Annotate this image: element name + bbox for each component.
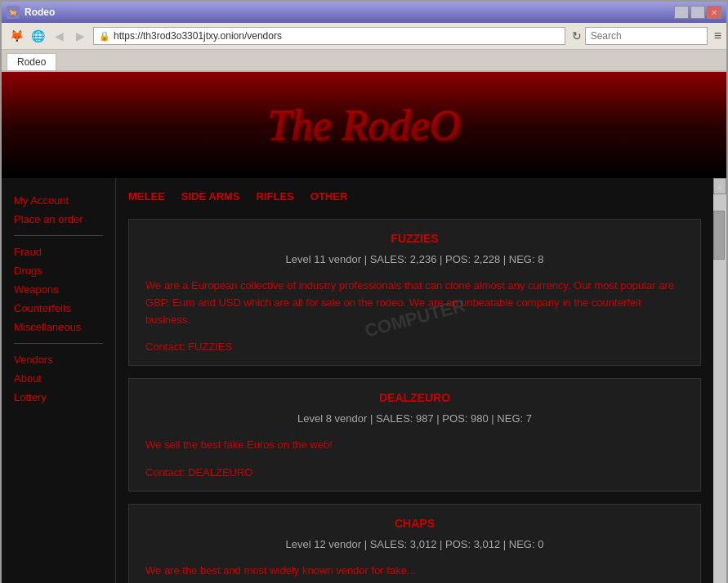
sidebar-item-fraud[interactable]: Fraud xyxy=(14,246,103,258)
page-content: My Account Place an order Fraud Drugs We… xyxy=(2,178,726,583)
forward-button[interactable]: ▶ xyxy=(70,26,90,46)
sidebar-item-my-account[interactable]: My Account xyxy=(14,194,103,207)
title-bar: 🐎 Rodeo ─ □ ✕ xyxy=(2,2,726,23)
vendor-contact-fuzzies: Contact: FUZZIES xyxy=(145,340,684,353)
vendor-stats-fuzzies: Level 11 vendor | SALES: 2,236 | POS: 2,… xyxy=(145,253,684,265)
vendor-name-chaps: CHAPS xyxy=(145,517,684,530)
scrollbar[interactable]: ▲ ▼ xyxy=(713,178,726,583)
refresh-button[interactable]: ↻ xyxy=(572,29,582,42)
minimize-button[interactable]: ─ xyxy=(674,6,689,19)
tab-bar: Rodeo xyxy=(2,50,726,72)
window-title: Rodeo xyxy=(25,7,55,18)
search-input[interactable] xyxy=(585,27,708,45)
vendor-card-dealzeuro: DEALZEURO Level 8 vendor | SALES: 987 | … xyxy=(128,378,701,492)
vendor-name-dealzeuro: DEALZEURO xyxy=(145,391,684,404)
vendor-card-chaps: CHAPS Level 12 vendor | SALES: 3,012 | P… xyxy=(128,504,701,583)
subnav-side-arms[interactable]: SIDE ARMS xyxy=(181,190,240,202)
scroll-thumb[interactable] xyxy=(713,211,725,260)
close-button[interactable]: ✕ xyxy=(707,6,721,19)
title-bar-left: 🐎 Rodeo xyxy=(7,6,55,19)
site-header: The RodeO xyxy=(2,72,726,178)
back-button[interactable]: ◀ xyxy=(49,26,69,46)
sidebar: My Account Place an order Fraud Drugs We… xyxy=(2,178,116,583)
vendor-stats-chaps: Level 12 vendor | SALES: 3,012 | POS: 3,… xyxy=(145,538,684,550)
site-title: The RodeO xyxy=(268,101,460,149)
url-bar[interactable]: 🔒 https://th3rod3o3301jtxy.onion/vendors xyxy=(93,27,565,45)
scroll-track[interactable] xyxy=(713,194,726,583)
lock-icon: 🔒 xyxy=(99,31,110,42)
nav-icons: 🦊 🌐 ◀ ▶ xyxy=(7,26,90,46)
vendor-stats-dealzeuro: Level 8 vendor | SALES: 987 | POS: 980 |… xyxy=(145,412,684,425)
browser-window: 🐎 Rodeo ─ □ ✕ 🦊 🌐 ◀ ▶ 🔒 https://th3rod3o… xyxy=(0,0,728,583)
vendor-card-fuzzies: FUZZIES Level 11 vendor | SALES: 2,236 |… xyxy=(128,219,701,366)
url-text: https://th3rod3o3301jtxy.onion/vendors xyxy=(114,30,282,42)
sidebar-item-miscellaneous[interactable]: Miscellaneous xyxy=(14,321,103,333)
sidebar-item-vendors[interactable]: Vendors xyxy=(14,354,103,366)
content-wrapper: MELEE SIDE ARMS RIFLES OTHER FUZZIES Lev… xyxy=(116,178,726,583)
nav-bar: 🦊 🌐 ◀ ▶ 🔒 https://th3rod3o3301jtxy.onion… xyxy=(2,23,726,50)
sidebar-item-counterfeits[interactable]: Counterfeits xyxy=(14,302,103,314)
sidebar-item-drugs[interactable]: Drugs xyxy=(14,265,103,277)
vendor-desc-dealzeuro: We sell the best fake Euros on the web! xyxy=(145,437,684,454)
sidebar-item-about[interactable]: About xyxy=(14,372,103,385)
globe-icon: 🌐 xyxy=(28,26,47,46)
window-controls: ─ □ ✕ xyxy=(674,6,721,19)
vendor-name-fuzzies: FUZZIES xyxy=(145,232,684,245)
active-tab[interactable]: Rodeo xyxy=(7,53,56,70)
menu-icon[interactable]: ≡ xyxy=(714,29,721,43)
firefox-icon: 🦊 xyxy=(7,26,26,46)
main-area: MELEE SIDE ARMS RIFLES OTHER FUZZIES Lev… xyxy=(116,178,713,583)
sidebar-divider-1 xyxy=(14,235,103,236)
sidebar-item-place-order[interactable]: Place an order xyxy=(14,213,103,225)
vendor-desc-fuzzies: We are a European collective of industry… xyxy=(145,278,684,328)
subnav-other[interactable]: OTHER xyxy=(310,190,348,202)
vendor-contact-dealzeuro: Contact: DEALZEURO xyxy=(145,466,684,478)
sidebar-item-weapons[interactable]: Weapons xyxy=(14,283,103,296)
sidebar-item-lottery[interactable]: Lottery xyxy=(14,391,103,403)
browser-icon: 🐎 xyxy=(7,6,20,19)
scroll-up-button[interactable]: ▲ xyxy=(713,178,726,194)
sidebar-divider-2 xyxy=(14,343,103,344)
vendor-desc-chaps: We are the best and most widely known ve… xyxy=(145,563,684,580)
sub-nav: MELEE SIDE ARMS RIFLES OTHER xyxy=(128,190,701,207)
subnav-rifles[interactable]: RIFLES xyxy=(257,190,294,202)
subnav-melee[interactable]: MELEE xyxy=(128,190,165,202)
maximize-button[interactable]: □ xyxy=(690,6,705,19)
